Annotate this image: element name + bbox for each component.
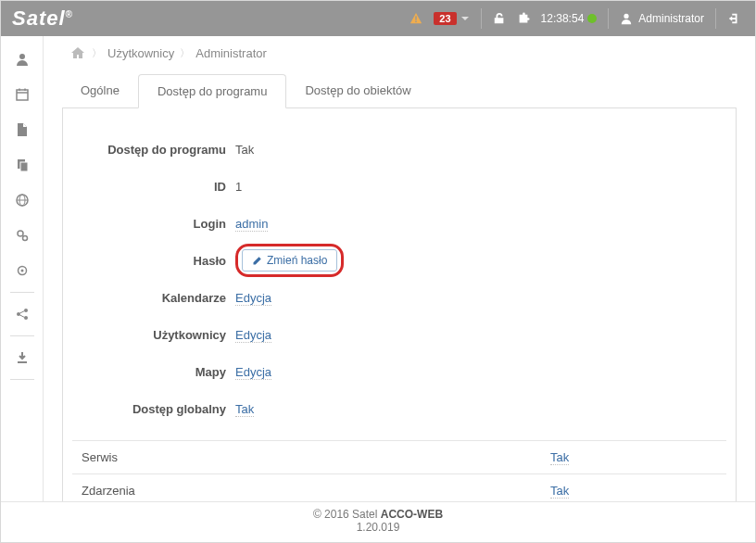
svg-point-14 bbox=[20, 270, 23, 272]
value-calendars[interactable]: Edycja bbox=[235, 291, 271, 306]
topbar: Satel® 23 12:38:54 Administrator bbox=[1, 1, 755, 36]
copy-icon bbox=[15, 158, 30, 172]
status-dot-icon bbox=[587, 14, 597, 23]
tab-general[interactable]: Ogólne bbox=[62, 74, 138, 108]
gear-icon bbox=[15, 263, 30, 278]
unlock-icon[interactable] bbox=[493, 12, 506, 25]
svg-rect-7 bbox=[20, 162, 28, 171]
breadcrumb: 〉 Użytkownicy 〉 Administrator bbox=[44, 36, 755, 73]
edit-icon bbox=[252, 255, 263, 266]
logout-icon[interactable] bbox=[727, 12, 740, 25]
time-text: 12:38:54 bbox=[541, 12, 585, 25]
share-icon bbox=[15, 307, 30, 322]
sidebar-item-download[interactable] bbox=[1, 340, 44, 375]
label-global: Dostęp globalny bbox=[72, 402, 235, 416]
table-row: Zdarzenia Tak bbox=[72, 474, 726, 501]
file-icon bbox=[16, 122, 29, 137]
footer-copyright-prefix: © 2016 Satel bbox=[313, 508, 381, 521]
sidebar bbox=[1, 36, 44, 501]
value-login[interactable]: admin bbox=[235, 217, 268, 232]
row-value-events[interactable]: Tak bbox=[550, 484, 569, 499]
download-icon bbox=[15, 350, 30, 365]
gears-icon bbox=[15, 228, 30, 243]
svg-rect-0 bbox=[416, 16, 417, 19]
value-access: Tak bbox=[235, 143, 254, 157]
svg-line-19 bbox=[19, 315, 24, 318]
chevron-right-icon: 〉 bbox=[92, 46, 102, 60]
label-id: ID bbox=[72, 180, 235, 194]
calendar-icon bbox=[15, 87, 30, 102]
label-login: Login bbox=[72, 217, 235, 231]
brand-suffix: ® bbox=[66, 9, 73, 19]
sidebar-item-calendar[interactable] bbox=[1, 77, 44, 112]
tab-object-access[interactable]: Dostęp do obiektów bbox=[286, 74, 429, 108]
svg-line-18 bbox=[19, 311, 24, 314]
footer-version: 1.20.019 bbox=[1, 521, 755, 534]
value-id: 1 bbox=[235, 180, 242, 194]
row-value-service[interactable]: Tak bbox=[550, 450, 569, 465]
svg-rect-1 bbox=[416, 21, 417, 22]
globe-icon bbox=[15, 193, 30, 208]
sidebar-item-globe[interactable] bbox=[1, 183, 44, 218]
svg-point-16 bbox=[24, 309, 28, 312]
permissions-table: Serwis Tak Zdarzenia Tak bbox=[72, 440, 726, 501]
svg-point-12 bbox=[22, 236, 27, 241]
chevron-right-icon: 〉 bbox=[180, 46, 190, 60]
warning-icon[interactable] bbox=[410, 12, 422, 25]
change-password-button[interactable]: Zmień hasło bbox=[242, 249, 337, 272]
tab-program-access[interactable]: Dostęp do programu bbox=[138, 74, 287, 108]
brand-logo: Satel® bbox=[12, 6, 73, 31]
sidebar-item-gear[interactable] bbox=[1, 253, 44, 288]
breadcrumb-current: Administrator bbox=[195, 46, 267, 60]
home-icon bbox=[69, 45, 86, 60]
sidebar-item-file[interactable] bbox=[1, 112, 44, 147]
sidebar-item-gears[interactable] bbox=[1, 218, 44, 253]
tabs: Ogólne Dostęp do programu Dostęp do obie… bbox=[62, 73, 737, 108]
breadcrumb-home[interactable] bbox=[69, 45, 86, 60]
user-icon bbox=[15, 52, 30, 67]
label-users: Użytkownicy bbox=[72, 328, 235, 342]
svg-rect-20 bbox=[18, 361, 27, 363]
svg-rect-2 bbox=[17, 90, 28, 100]
user-menu[interactable]: Administrator bbox=[620, 12, 704, 25]
alerts-badge[interactable]: 23 bbox=[434, 12, 469, 25]
value-maps[interactable]: Edycja bbox=[235, 365, 271, 380]
highlight-ring: Zmień hasło bbox=[235, 244, 344, 277]
alerts-badge-count: 23 bbox=[434, 12, 456, 25]
breadcrumb-users[interactable]: Użytkownicy bbox=[107, 46, 174, 60]
form-card: Dostęp do programu Tak ID 1 Login admin … bbox=[62, 108, 737, 501]
change-password-label: Zmień hasło bbox=[267, 254, 327, 267]
value-global[interactable]: Tak bbox=[235, 402, 254, 417]
main: 〉 Użytkownicy 〉 Administrator Ogólne Dos… bbox=[44, 36, 755, 501]
svg-point-17 bbox=[24, 316, 28, 320]
row-label-service: Serwis bbox=[72, 441, 541, 474]
user-label: Administrator bbox=[638, 12, 704, 25]
label-access: Dostęp do programu bbox=[72, 143, 235, 157]
label-calendars: Kalendarze bbox=[72, 291, 235, 305]
row-label-events: Zdarzenia bbox=[72, 474, 541, 501]
footer: © 2016 Satel ACCO-WEB 1.20.019 bbox=[1, 501, 755, 542]
sidebar-item-user[interactable] bbox=[1, 42, 44, 77]
sidebar-item-share[interactable] bbox=[1, 297, 44, 332]
sidebar-item-copy[interactable] bbox=[1, 147, 44, 183]
brand-text: Satel bbox=[12, 6, 66, 30]
value-users[interactable]: Edycja bbox=[235, 328, 271, 343]
footer-copyright-bold: ACCO-WEB bbox=[381, 508, 443, 521]
table-row: Serwis Tak bbox=[72, 441, 726, 474]
puzzle-icon[interactable] bbox=[517, 12, 530, 25]
svg-point-11 bbox=[18, 231, 23, 236]
clock-time: 12:38:54 bbox=[541, 12, 598, 25]
label-password: Hasło bbox=[72, 254, 235, 268]
label-maps: Mapy bbox=[72, 365, 235, 379]
